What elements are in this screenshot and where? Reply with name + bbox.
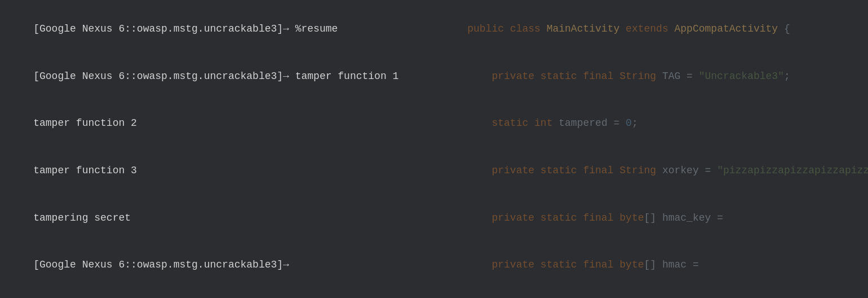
terminal-line-resume: [Google Nexus 6::owasp.mstg.uncrackable3… xyxy=(9,6,425,53)
code-line-xorkey: private static final String xorkey = "pi… xyxy=(443,147,859,195)
code-line-tampered: static int tampered = 0; xyxy=(443,100,859,147)
terminal-line-tamper3: tamper function 3 xyxy=(9,147,425,195)
code-panel: public class MainActivity extends AppCom… xyxy=(434,0,868,298)
terminal-line-tampering: tampering secret xyxy=(9,195,425,242)
terminal-line-tamper1: [Google Nexus 6::owasp.mstg.uncrackable3… xyxy=(9,53,425,100)
code-line-hmac-key: private static final byte[] hmac_key = xyxy=(443,195,859,242)
code-line-class: public class MainActivity extends AppCom… xyxy=(443,6,859,53)
terminal-line-tamper2: tamper function 2 xyxy=(9,100,425,147)
code-line-hmac: private static final byte[] hmac = xyxy=(443,242,859,289)
terminal-line-empty: [Google Nexus 6::owasp.mstg.uncrackable3… xyxy=(9,242,425,289)
code-line-blank1 xyxy=(443,289,859,298)
terminal-panel: [Google Nexus 6::owasp.mstg.uncrackable3… xyxy=(0,0,434,298)
terminal-line-secret-gen: [Google Nexus 6::owasp.mstg.uncrackable3… xyxy=(9,289,425,298)
code-line-tag: private static final String TAG = "Uncra… xyxy=(443,53,859,100)
